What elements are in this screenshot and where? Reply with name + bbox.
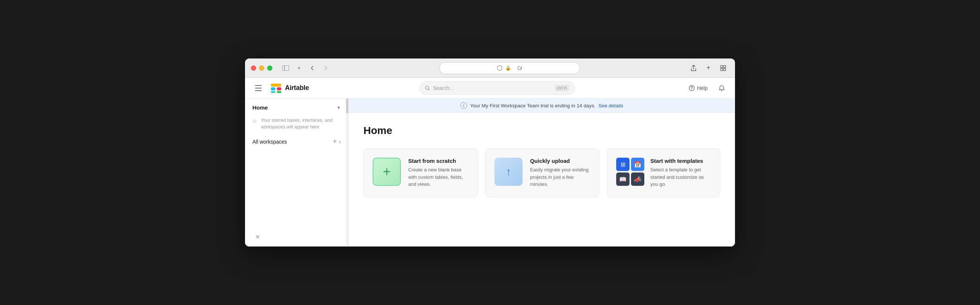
app-bar-search: Search... ctrl K (315, 81, 679, 95)
search-placeholder: Search... (433, 85, 552, 91)
address-bar[interactable]: 🔒 (439, 62, 580, 74)
template-icons-grid: ⊞ 📅 📖 📣 (616, 158, 644, 186)
svg-rect-0 (282, 65, 289, 71)
main-layout: Home ▼ ☆ Your starred bases, interfaces,… (245, 98, 735, 246)
template-icon-2: 📅 (631, 158, 644, 171)
svg-point-14 (691, 89, 692, 90)
svg-rect-6 (271, 84, 281, 87)
star-icon: ☆ (252, 118, 257, 124)
sidebar-home-item[interactable]: Home ▼ (245, 98, 348, 114)
upload-card-desc: Easily migrate your existing projects in… (530, 166, 590, 188)
shield-icon (497, 65, 502, 71)
start-from-scratch-card[interactable]: + Start from scratch Create a new blank … (363, 148, 478, 197)
scratch-icon-wrap: + (373, 158, 401, 186)
template-icon-1: ⊞ (616, 158, 630, 171)
logo[interactable]: Airtable (270, 82, 309, 94)
starred-placeholder-text: Your starred bases, interfaces, and work… (261, 118, 341, 130)
search-bar[interactable]: Search... ctrl K (419, 81, 575, 95)
expand-workspaces-icon[interactable]: › (339, 138, 341, 145)
traffic-lights (251, 65, 272, 71)
help-label: Help (697, 85, 708, 91)
forward-button[interactable] (320, 63, 332, 73)
template-icon-4: 📣 (631, 173, 644, 186)
home-chevron-icon: ▼ (336, 105, 341, 110)
svg-rect-9 (271, 91, 275, 93)
see-details-link[interactable]: See details (598, 103, 623, 108)
templates-card-title: Start with templates (650, 158, 711, 164)
all-workspaces-label: All workspaces (252, 139, 287, 145)
trial-banner: i Your My First Workspace Team trial is … (348, 98, 735, 113)
sidebar-toggle-button[interactable] (280, 63, 292, 73)
svg-rect-10 (277, 91, 281, 93)
svg-rect-8 (277, 87, 281, 90)
bell-icon (718, 85, 725, 91)
templates-card-info: Start with templates Select a template t… (650, 158, 711, 188)
sidebar-scrollbar[interactable] (346, 98, 348, 246)
title-bar: ▾ 🔒 + (245, 59, 735, 78)
svg-rect-5 (724, 68, 726, 71)
new-tab-button[interactable]: + (702, 63, 714, 73)
starred-section: ☆ Your starred bases, interfaces, and wo… (245, 114, 348, 134)
upload-card-info: Quickly upload Easily migrate your exist… (530, 158, 590, 188)
logo-text: Airtable (285, 84, 309, 92)
add-workspace-icon[interactable]: + (333, 138, 337, 146)
cards-row: + Start from scratch Create a new blank … (363, 148, 720, 197)
title-bar-right: + (687, 63, 729, 73)
upload-arrow-icon: ↑ (506, 166, 511, 178)
app-window: ▾ 🔒 + (245, 59, 735, 246)
scrollbar-thumb[interactable] (346, 98, 348, 113)
notification-button[interactable] (716, 82, 728, 94)
address-bar-container: 🔒 (336, 62, 683, 74)
start-with-templates-card[interactable]: ⊞ 📅 📖 📣 Start with templates Select a te… (607, 148, 720, 197)
minimize-button[interactable] (259, 65, 264, 71)
home-label: Home (252, 104, 268, 111)
home-section: Home + Start from scratch Create a new b… (348, 113, 735, 209)
svg-rect-7 (271, 87, 275, 90)
app-bar-right: Help (685, 82, 728, 94)
help-circle-icon (689, 85, 695, 91)
svg-rect-4 (721, 68, 723, 71)
home-title: Home (363, 125, 720, 137)
quickly-upload-card[interactable]: ↑ Quickly upload Easily migrate your exi… (485, 148, 600, 197)
close-button[interactable] (251, 65, 256, 71)
main-content: i Your My First Workspace Team trial is … (348, 98, 735, 246)
help-button[interactable]: Help (685, 83, 711, 93)
svg-rect-3 (724, 65, 726, 68)
hamburger-menu[interactable] (252, 82, 264, 94)
lock-icon: 🔒 (505, 65, 511, 71)
title-bar-controls: ▾ (280, 63, 332, 73)
airtable-logo-icon (270, 82, 282, 94)
svg-line-12 (428, 89, 430, 90)
upload-card-title: Quickly upload (530, 158, 590, 164)
app-bar: Airtable Search... ctrl K Help (245, 78, 735, 98)
plus-icon: + (383, 165, 390, 178)
svg-rect-2 (721, 65, 723, 68)
tab-overview-button[interactable] (717, 63, 729, 73)
all-workspaces-item[interactable]: All workspaces + › (245, 134, 348, 149)
template-icon-3: 📖 (616, 173, 630, 186)
share-button[interactable] (687, 63, 700, 73)
close-sidebar-button[interactable]: × (252, 232, 263, 242)
scratch-card-info: Start from scratch Create a new blank ba… (408, 158, 469, 188)
sidebar: Home ▼ ☆ Your starred bases, interfaces,… (245, 98, 348, 246)
trial-message: Your My First Workspace Team trial is en… (470, 103, 595, 108)
refresh-icon[interactable] (517, 65, 522, 71)
search-shortcut: ctrl K (555, 85, 569, 91)
info-icon: i (460, 102, 467, 109)
maximize-button[interactable] (267, 65, 272, 71)
templates-card-desc: Select a template to get started and cus… (650, 166, 711, 188)
upload-icon-wrap: ↑ (495, 158, 523, 186)
search-icon (425, 86, 430, 91)
sidebar-toggle-chevron[interactable]: ▾ (293, 63, 305, 73)
back-button[interactable] (306, 63, 318, 73)
scratch-card-title: Start from scratch (408, 158, 469, 164)
scratch-card-desc: Create a new blank base with custom tabl… (408, 166, 469, 188)
